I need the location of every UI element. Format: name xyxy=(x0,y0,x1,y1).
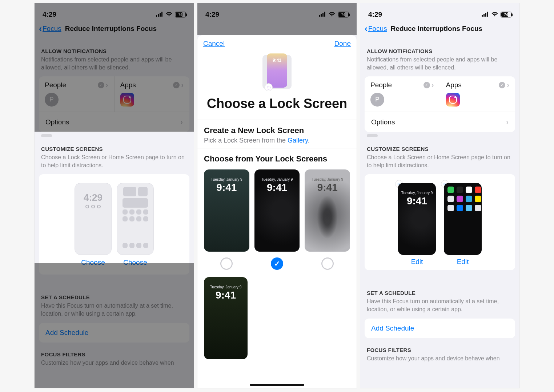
status-time: 4:29 xyxy=(205,11,219,19)
people-label: People xyxy=(370,81,392,89)
selected-home-screen[interactable]: − Edit xyxy=(444,183,482,266)
check-badge-icon xyxy=(98,82,104,88)
nav-bar: ‹ Focus Reduce Interruptions Focus xyxy=(360,22,519,37)
svg-rect-9 xyxy=(483,14,485,17)
back-button[interactable]: ‹ Focus xyxy=(39,24,61,33)
sheet-title: Choose a Lock Screen xyxy=(207,96,347,111)
people-cell[interactable]: People › P xyxy=(39,76,114,112)
radio-unchecked-icon[interactable] xyxy=(321,257,334,270)
section-filters-header: FOCUS FILTERS xyxy=(35,345,194,359)
cancel-button[interactable]: Cancel xyxy=(203,40,225,48)
check-badge-icon xyxy=(423,82,430,88)
section-allow-header: ALLOW NOTIFICATIONS xyxy=(360,41,519,56)
lockscreen-option-3[interactable]: Tuesday, January 9 9:41 xyxy=(305,169,350,270)
create-new-row[interactable]: Create a New Lock Screen Pick a Lock Scr… xyxy=(197,120,357,148)
options-row[interactable]: Options › xyxy=(39,112,189,132)
chevron-left-icon: ‹ xyxy=(365,24,368,33)
chevron-right-icon: › xyxy=(106,81,108,89)
schedule-card: Add Schedule xyxy=(39,323,189,343)
gallery-link[interactable]: Gallery xyxy=(288,137,308,144)
section-schedule-sub: Have this Focus turn on automatically at… xyxy=(360,297,519,316)
chevron-left-icon: ‹ xyxy=(39,24,42,33)
home-screen-placeholder-icon xyxy=(117,183,154,255)
back-button[interactable]: ‹ Focus xyxy=(365,24,387,33)
chevron-right-icon: › xyxy=(181,81,184,89)
svg-rect-11 xyxy=(487,12,488,17)
edit-lock-button[interactable]: Edit xyxy=(411,258,423,266)
allow-card: People › P Apps › Options › xyxy=(39,76,189,132)
choose-home-button[interactable]: Choose xyxy=(117,259,154,268)
radio-checked-icon[interactable]: ✓ xyxy=(271,257,283,270)
home-apps-grid-icon xyxy=(447,187,478,211)
signal-icon xyxy=(319,11,326,19)
instagram-icon xyxy=(446,93,460,107)
page-title: Reduce Interruptions Focus xyxy=(65,25,157,33)
lockscreen-thumb: Tuesday, January 9 9:41 xyxy=(204,169,249,252)
focus-badge-icon: ◌ xyxy=(265,83,273,91)
apps-label: Apps xyxy=(446,81,462,89)
add-schedule-button[interactable]: Add Schedule xyxy=(39,323,189,343)
check-badge-icon xyxy=(173,82,180,88)
apps-label: Apps xyxy=(120,81,136,89)
scroll-indicator xyxy=(41,134,52,137)
wifi-icon xyxy=(328,11,336,19)
back-label: Focus xyxy=(368,25,387,33)
done-button[interactable]: Done xyxy=(334,40,351,48)
svg-rect-10 xyxy=(485,13,486,17)
lockscreen-thumb[interactable]: Tuesday, January 9 9:41 xyxy=(204,277,248,359)
chevron-right-icon: › xyxy=(180,118,183,126)
content-scroll[interactable]: ALLOW NOTIFICATIONS Notifications from s… xyxy=(360,41,519,388)
signal-icon xyxy=(156,11,163,19)
section-customize-header: CUSTOMIZE SCREENS xyxy=(360,139,519,153)
options-row[interactable]: Options › xyxy=(365,112,515,132)
wifi-icon xyxy=(165,11,173,19)
selected-lock-screen[interactable]: − Tuesday, January 9 9:41 Edit xyxy=(398,183,436,266)
choose-lock-button[interactable]: Choose xyxy=(75,259,112,268)
lockscreen-thumb: Tuesday, January 9 9:41 xyxy=(305,169,350,252)
section-customize-sub: Choose a Lock Screen or Home Screen page… xyxy=(360,153,519,172)
lock-screen-slot: 4:29 Choose xyxy=(75,183,112,268)
check-badge-icon xyxy=(499,82,505,88)
battery-icon: 74 xyxy=(175,12,186,17)
add-schedule-button[interactable]: Add Schedule xyxy=(365,319,515,338)
status-bar: 4:29 74 xyxy=(35,3,194,22)
hero-lockscreen-icon: 9:41 ◌ xyxy=(262,53,292,90)
svg-rect-6 xyxy=(322,13,324,17)
radio-unchecked-icon[interactable] xyxy=(220,257,233,270)
svg-rect-1 xyxy=(158,14,159,17)
people-cell[interactable]: People › P xyxy=(365,76,440,112)
avatar: P xyxy=(370,93,384,107)
section-customize-header: CUSTOMIZE SCREENS xyxy=(35,139,194,153)
lock-screen-placeholder-icon: 4:29 xyxy=(75,183,112,255)
signal-icon xyxy=(482,11,489,19)
battery-icon: 74 xyxy=(501,12,511,17)
phone-left: 4:29 74 ‹ Focus Reduce Interruptions Foc… xyxy=(34,3,194,388)
chevron-right-icon: › xyxy=(507,81,509,89)
lock-screen-sheet: Cancel Done 9:41 ◌ Choose a Lock Screen … xyxy=(197,35,357,388)
status-time: 4:29 xyxy=(368,11,382,19)
battery-icon: 74 xyxy=(338,12,349,17)
section-filters-header: FOCUS FILTERS xyxy=(360,340,519,355)
section-schedule-sub: Have this Focus turn on automatically at… xyxy=(35,302,194,320)
lockscreen-thumb: Tuesday, January 9 9:41 xyxy=(398,183,436,255)
svg-rect-7 xyxy=(324,12,325,17)
section-allow-sub: Notifications from selected people and a… xyxy=(35,56,194,74)
wifi-icon xyxy=(491,11,498,19)
home-indicator[interactable] xyxy=(250,384,304,386)
create-title: Create a New Lock Screen xyxy=(204,126,350,135)
apps-cell[interactable]: Apps › xyxy=(114,76,190,112)
instagram-icon xyxy=(120,93,134,107)
edit-home-button[interactable]: Edit xyxy=(457,258,469,266)
lockscreen-option-2[interactable]: Tuesday, January 9 9:41 ✓ xyxy=(254,169,300,270)
phone-middle: 4:29 74 Cancel Done 9:41 ◌ Choose a Lock… xyxy=(197,3,357,388)
customize-card: 4:29 Choose Choose xyxy=(39,174,189,275)
apps-cell[interactable]: Apps › xyxy=(440,76,515,112)
scroll-indicator xyxy=(367,134,378,137)
phone-right: 4:29 74 ‹ Focus Reduce Interruptions Foc… xyxy=(360,3,520,388)
content-scroll[interactable]: ALLOW NOTIFICATIONS Notifications from s… xyxy=(35,41,194,388)
lockscreen-option-1[interactable]: Tuesday, January 9 9:41 xyxy=(204,169,249,270)
chevron-right-icon: › xyxy=(506,118,509,126)
section-customize-sub: Choose a Lock Screen or Home Screen page… xyxy=(35,153,194,172)
section-schedule-header: SET A SCHEDULE xyxy=(35,288,194,302)
svg-rect-5 xyxy=(321,14,322,17)
